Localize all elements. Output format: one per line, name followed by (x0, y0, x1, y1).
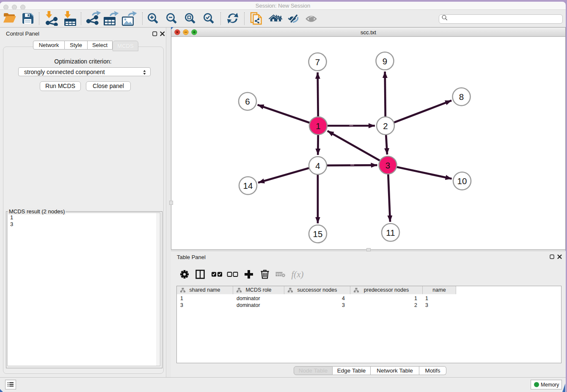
svg-text:11: 11 (386, 228, 395, 237)
svg-text:3: 3 (385, 160, 390, 170)
svg-text:9: 9 (383, 56, 387, 66)
svg-text:15: 15 (313, 229, 323, 239)
svg-text:7: 7 (315, 57, 320, 67)
svg-text:f(x): f(x) (291, 269, 303, 279)
svg-text:4: 4 (315, 161, 320, 171)
svg-text:8: 8 (459, 92, 464, 102)
svg-text:6: 6 (245, 97, 250, 106)
svg-text:1: 1 (316, 121, 320, 131)
svg-text:2: 2 (383, 121, 388, 131)
svg-text:14: 14 (243, 181, 253, 190)
svg-text:10: 10 (457, 176, 467, 186)
svg-text:Memory: Memory (541, 382, 559, 388)
